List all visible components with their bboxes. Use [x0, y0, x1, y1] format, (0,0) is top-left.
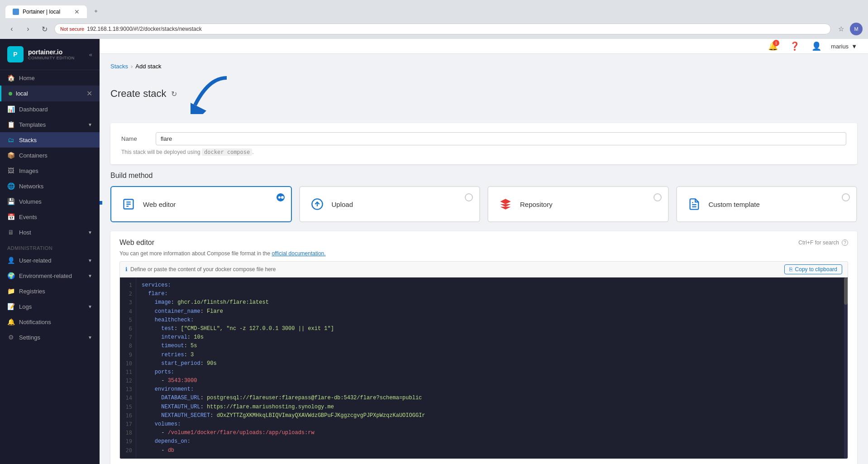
logs-icon: 📝 — [7, 303, 14, 310]
page-title: Create stack ↻ — [110, 73, 857, 114]
web-editor-radio[interactable] — [277, 193, 285, 201]
copy-to-clipboard-button[interactable]: ⎘ Copy to clipboard — [784, 264, 842, 274]
sidebar-item-notifications[interactable]: 🔔 Notifications — [0, 314, 100, 330]
back-button[interactable]: ‹ — [5, 23, 18, 35]
admin-group-label: Administration — [0, 240, 100, 253]
code-editor[interactable]: 1234567891011121314151617181920 services… — [119, 277, 848, 459]
url-text: 192.168.1.18:9000/#!/2/docker/stacks/new… — [87, 26, 202, 32]
content-area: Stacks › Add stack Create stack ↻ — [100, 54, 868, 464]
notifications-button[interactable]: 🔔 1 — [766, 39, 780, 53]
logo-sub-text: Community Edition — [28, 56, 75, 60]
sidebar-item-stacks[interactable]: 🗂 Stacks — [0, 132, 100, 148]
method-card-web-editor[interactable]: Web editor — [110, 186, 292, 222]
sidebar-item-networks[interactable]: 🌐 Networks — [0, 178, 100, 194]
code-line: volumes: — [142, 420, 842, 429]
official-documentation-link[interactable]: official documentation. — [272, 250, 325, 257]
templates-icon: 📋 — [7, 121, 14, 128]
sidebar-item-label: Images — [19, 167, 38, 174]
breadcrumb: Stacks › Add stack — [110, 63, 857, 70]
code-line: test: ["CMD-SHELL", "nc -z 127.0.0.1 300… — [142, 325, 842, 333]
build-method-cards: Web editor — [110, 186, 857, 222]
arrow-left-annotation — [100, 191, 107, 214]
code-line: services: — [142, 281, 842, 290]
user-menu[interactable]: marius ▼ — [831, 43, 857, 50]
code-line: interval: 10s — [142, 333, 842, 342]
sidebar-item-registries[interactable]: 📁 Registries — [0, 283, 100, 299]
line-numbers: 1234567891011121314151617181920 — [120, 277, 136, 459]
images-icon: 🖼 — [7, 167, 14, 174]
method-card-upload[interactable]: Upload — [299, 186, 481, 222]
editor-note-text: You can get more information about Compo… — [119, 250, 270, 257]
breadcrumb-separator: › — [131, 63, 133, 70]
code-line: ports: — [142, 368, 842, 377]
sidebar-item-label: Networks — [19, 183, 43, 190]
sidebar-item-label: Logs — [19, 303, 32, 310]
browser-tabs: Portainer | local ✕ + — [5, 4, 863, 18]
sidebar-item-environment-related[interactable]: 🌍 Environment-related ▼ — [0, 268, 100, 283]
sidebar-item-label: Home — [19, 75, 35, 81]
browser-profile-avatar[interactable]: M — [850, 23, 863, 35]
env-close-button[interactable]: ✕ — [86, 89, 92, 98]
build-method-section: Build method Web editor — [110, 172, 857, 222]
new-tab-button[interactable]: + — [88, 4, 104, 18]
sidebar-item-settings[interactable]: ⚙ Settings ▼ — [0, 330, 100, 345]
code-line: NEXTAUTH_URL: https://flare.mariushostin… — [142, 403, 842, 411]
reload-button[interactable]: ↻ — [38, 23, 51, 35]
user-profile-button[interactable]: 👤 — [809, 39, 824, 53]
forward-button[interactable]: › — [22, 23, 34, 35]
method-card-label: Custom template — [709, 201, 760, 208]
address-bar[interactable]: Not secure 192.168.1.18:9000/#!/2/docker… — [54, 24, 831, 34]
code-line: timeout: 5s — [142, 342, 842, 350]
upload-radio[interactable] — [465, 193, 473, 201]
home-icon: 🏠 — [7, 74, 14, 81]
user-name: marius — [831, 43, 849, 50]
chevron-down-icon: ▼ — [88, 122, 92, 127]
sidebar-item-dashboard[interactable]: 📊 Dashboard — [0, 101, 100, 117]
sidebar-item-label: Environment-related — [19, 273, 72, 279]
stack-name-input[interactable] — [156, 132, 846, 145]
arrow-annotation — [191, 73, 245, 114]
web-editor-section: Web editor Ctrl+F for search ? You can g… — [110, 231, 857, 464]
code-line: - /volume1/docker/flare/uploads:/app/upl… — [142, 429, 842, 437]
code-line: environment: — [142, 385, 842, 394]
method-card-custom-template[interactable]: Custom template — [676, 186, 858, 222]
breadcrumb-stacks[interactable]: Stacks — [110, 63, 128, 70]
method-card-repository[interactable]: Repository — [487, 186, 669, 222]
tab-close-button[interactable]: ✕ — [74, 8, 80, 15]
sidebar-item-templates[interactable]: 📋 Templates ▼ — [0, 117, 100, 132]
sidebar-item-host[interactable]: 🖥 Host ▼ — [0, 225, 100, 240]
tab-favicon — [13, 9, 19, 15]
scrollbar-track[interactable] — [844, 277, 848, 459]
info-icon: ℹ — [125, 266, 128, 273]
sidebar-item-logs[interactable]: 📝 Logs ▼ — [0, 299, 100, 314]
custom-template-radio[interactable] — [842, 193, 850, 201]
refresh-icon[interactable]: ↻ — [171, 90, 177, 98]
tab-label: Portainer | local — [23, 9, 60, 15]
sidebar-item-events[interactable]: 📅 Events — [0, 209, 100, 225]
sidebar-collapse-button[interactable]: « — [89, 51, 92, 58]
name-form-row: Name — [121, 132, 846, 145]
page-title-text: Create stack — [110, 88, 167, 100]
logo-main-text: portainer.io — [28, 48, 75, 56]
code-line: retries: 3 — [142, 351, 842, 359]
notification-badge: 1 — [773, 40, 779, 46]
help-button[interactable]: ❓ — [787, 39, 802, 53]
registries-icon: 📁 — [7, 287, 14, 295]
scrollbar-thumb[interactable] — [844, 277, 848, 305]
bookmark-button[interactable]: ☆ — [835, 23, 847, 35]
browser-tab-active[interactable]: Portainer | local ✕ — [5, 5, 87, 18]
sidebar-item-containers[interactable]: 📦 Containers — [0, 148, 100, 163]
custom-template-icon — [686, 196, 702, 212]
code-line: - db — [142, 446, 842, 455]
repository-radio[interactable] — [653, 193, 662, 201]
upload-icon — [309, 196, 325, 212]
code-content[interactable]: services: flare: image: ghcr.io/flintsh/… — [136, 277, 848, 459]
sidebar-item-volumes[interactable]: 💾 Volumes — [0, 194, 100, 209]
sidebar-item-user-related[interactable]: 👤 User-related ▼ — [0, 253, 100, 268]
sidebar-item-home[interactable]: 🏠 Home — [0, 70, 100, 86]
containers-icon: 📦 — [7, 152, 14, 159]
sidebar-item-images[interactable]: 🖼 Images — [0, 163, 100, 178]
web-editor-icon — [120, 196, 137, 212]
main-content: 🔔 1 ❓ 👤 marius ▼ Stacks › Add stack Cre — [100, 39, 868, 464]
code-line: image: ghcr.io/flintsh/flare:latest — [142, 298, 842, 307]
